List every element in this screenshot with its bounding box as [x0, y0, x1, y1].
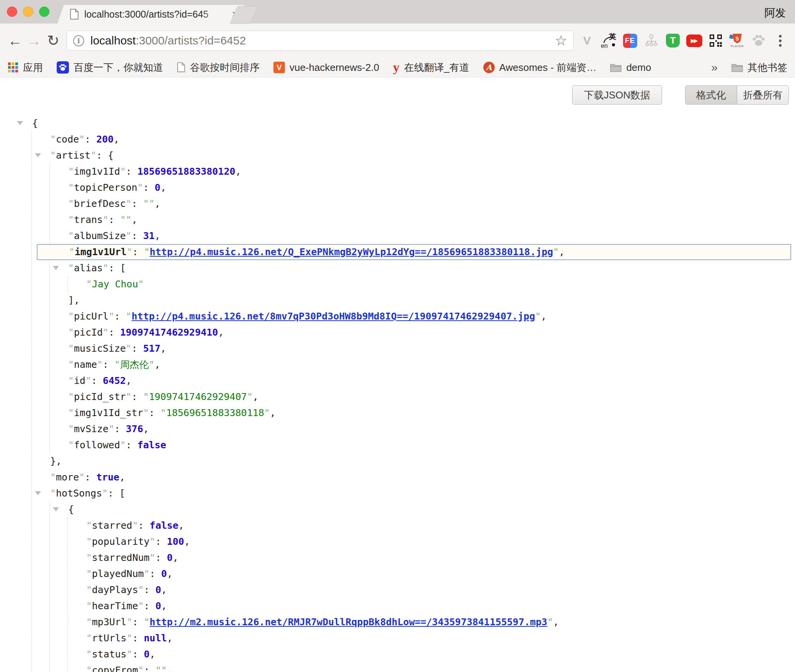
view-mode-segment: 格式化 折叠所有: [685, 85, 789, 105]
url-text[interactable]: localhost:3000/artists?id=6452: [90, 34, 246, 47]
json-row: "hotSongs": [: [32, 485, 795, 502]
json-string-value: 18569651883380118: [166, 407, 264, 418]
json-viewer-actions: 下载JSON数据 格式化 折叠所有: [572, 85, 789, 105]
bookmark-youdao[interactable]: y 在线翻译_有道: [393, 61, 469, 74]
json-key: picId: [74, 327, 103, 338]
browser-tab[interactable]: localhost:3000/artists?id=645 ×: [57, 5, 250, 23]
json-string-value: 19097417462929407: [149, 391, 247, 402]
json-row: "name": "周杰伦",: [50, 357, 795, 373]
sitemap-extension-icon[interactable]: [643, 33, 659, 49]
collapse-toggle-icon[interactable]: [35, 153, 41, 157]
json-key: hearTime: [92, 600, 138, 611]
json-literal-value: false: [150, 520, 178, 531]
json-literal-value: 0: [155, 182, 160, 193]
json-key: img1v1Id: [74, 166, 120, 177]
awesomes-icon: A: [483, 62, 495, 73]
info-icon[interactable]: i: [73, 35, 84, 46]
bookmark-baidu[interactable]: 百度一下，你就知道: [57, 61, 163, 74]
bookmark-vue-hackernews[interactable]: V vue-hackernews-2.0: [273, 62, 379, 74]
folder-icon: [610, 63, 622, 72]
json-row: "alias": [: [50, 260, 795, 276]
video-speed-icon[interactable]: ▶▶: [686, 33, 702, 49]
json-row: "rtUrls": null,: [68, 630, 795, 646]
collapse-all-button[interactable]: 折叠所有: [737, 86, 788, 104]
qr-code-icon[interactable]: [708, 33, 724, 49]
reload-icon[interactable]: ↻: [44, 33, 63, 48]
zoom-window-button[interactable]: [39, 7, 49, 17]
title-bar: localhost:3000/artists?id=645 × 阿发: [0, 0, 795, 23]
bookmark-label: 谷歌按时间排序: [190, 61, 260, 74]
json-key: img1v1Url: [75, 246, 126, 257]
json-key: followed: [74, 439, 120, 451]
json-row: "mp3Url": "http://m2.music.126.net/RMJR7…: [68, 614, 795, 630]
json-literal-value: 376: [126, 423, 143, 434]
minimize-window-button[interactable]: [23, 7, 33, 17]
other-bookmarks-folder[interactable]: 其他书签: [731, 61, 787, 74]
fe-extension-icon[interactable]: FE: [622, 33, 638, 49]
json-literal-value: 0: [144, 649, 150, 660]
bookmark-awesomes[interactable]: A Awesomes - 前端资…: [483, 61, 597, 74]
json-literal-value: 18569651883380120: [137, 166, 236, 177]
bookmarks-overflow-chevron[interactable]: »: [711, 61, 718, 74]
close-window-button[interactable]: [7, 7, 17, 17]
bookmark-google-sort[interactable]: 谷歌按时间排序: [177, 61, 260, 74]
collapse-toggle-icon[interactable]: [53, 507, 59, 511]
json-key: topicPerson: [74, 182, 137, 193]
translate-icon[interactable]: 英en: [600, 33, 617, 49]
json-key: name: [74, 359, 97, 370]
json-row: {: [50, 502, 795, 518]
address-bar[interactable]: i localhost:3000/artists?id=6452 ☆: [67, 31, 574, 51]
folder-icon: [731, 63, 743, 72]
bookmark-label: Awesomes - 前端资…: [499, 61, 597, 74]
json-string-value: Jay Chou: [92, 279, 138, 290]
bookmark-label: 在线翻译_有道: [404, 61, 469, 74]
collapse-toggle-icon[interactable]: [17, 121, 23, 125]
vue-devtools-icon[interactable]: V: [579, 33, 595, 49]
json-row: "popularity": 100,: [68, 534, 795, 550]
download-json-button[interactable]: 下载JSON数据: [572, 85, 662, 105]
json-key: starred: [92, 520, 132, 531]
json-row: "topicPerson": 0,: [50, 180, 795, 196]
json-link[interactable]: http://p4.music.126.net/8mv7qP30Pd3oHW8b…: [132, 311, 535, 322]
baidu-paw-icon[interactable]: [751, 33, 767, 49]
tampermonkey-icon[interactable]: T: [665, 33, 681, 49]
json-key: popularity: [92, 536, 150, 547]
json-key: hotSongs: [56, 488, 102, 499]
collapse-toggle-icon[interactable]: [35, 491, 41, 495]
json-literal-value: 31: [143, 230, 155, 241]
menu-dots-icon[interactable]: [772, 33, 788, 49]
json-link[interactable]: http://m2.music.126.net/RMJR7wDullRqppBk…: [150, 616, 548, 628]
json-key: code: [56, 134, 79, 145]
json-literal-value: 19097417462929410: [120, 327, 218, 338]
bookmark-demo-folder[interactable]: demo: [610, 62, 651, 74]
html5-player-icon[interactable]: 5 PLAYER: [729, 33, 745, 49]
tab-title: localhost:3000/artists?id=645: [84, 9, 228, 20]
json-key: musicSize: [74, 343, 126, 354]
json-link[interactable]: http://p4.music.126.net/Q_ExePNkmgB2yWyL…: [150, 246, 553, 257]
vue-icon: V: [273, 62, 285, 73]
json-row: "code": 200,: [32, 131, 795, 148]
json-row: "img1v1Id": 18569651883380120,: [50, 164, 795, 180]
json-key: artist: [56, 150, 90, 161]
json-row: "Jay Chou": [68, 276, 795, 292]
back-icon[interactable]: ←: [5, 33, 25, 48]
json-key: more: [56, 472, 79, 483]
json-literal-value: 0: [167, 552, 173, 563]
json-row: "id": 6452,: [50, 373, 795, 389]
bookmark-star-icon[interactable]: ☆: [555, 34, 567, 48]
json-row: "more": true,: [32, 469, 795, 485]
collapse-toggle-icon[interactable]: [53, 266, 59, 270]
json-row: "starredNum": 0,: [68, 550, 795, 566]
json-row: },: [32, 453, 795, 469]
json-row: "mvSize": 376,: [50, 421, 795, 437]
format-button[interactable]: 格式化: [685, 86, 737, 104]
json-row: "followed": false: [50, 437, 795, 453]
bookmark-label: vue-hackernews-2.0: [290, 62, 379, 74]
json-row: "picUrl": "http://p4.music.126.net/8mv7q…: [50, 308, 795, 325]
json-row: ],: [50, 292, 795, 308]
bookmark-label: 应用: [23, 61, 43, 74]
json-key: briefDesc: [74, 198, 126, 209]
profile-name[interactable]: 阿发: [764, 6, 786, 20]
json-row: "dayPlays": 0,: [68, 582, 795, 598]
bookmark-apps[interactable]: 应用: [8, 61, 43, 74]
